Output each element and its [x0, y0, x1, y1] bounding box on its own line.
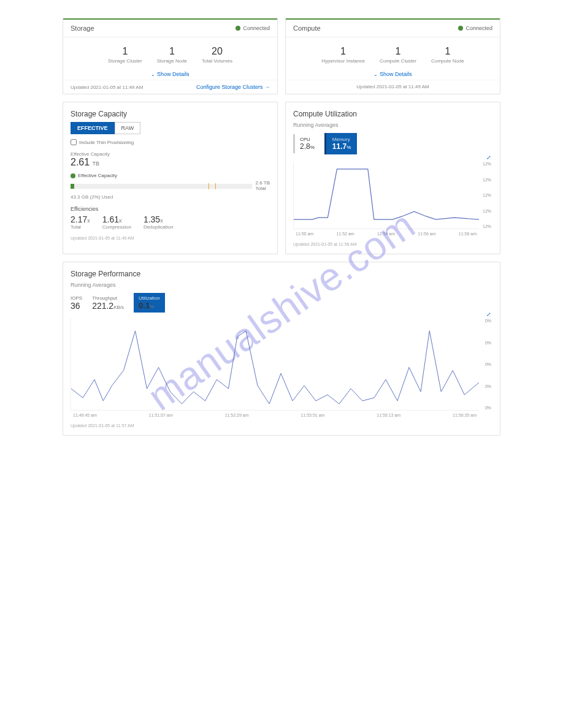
storage-perf-card: Storage Performance Running Averages IOP…: [63, 262, 500, 436]
capacity-used: 43.3 GB (2%) Used: [71, 194, 270, 200]
status-dot-icon: [458, 26, 463, 31]
memory-tile[interactable]: Memory 11.7%: [324, 133, 357, 154]
expand-icon[interactable]: ⤢: [486, 154, 491, 161]
compute-util-yaxis: 12% 12% 12% 12% 12%: [483, 162, 491, 229]
storage-perf-chart: 0% 0% 0% 0% 0%: [71, 319, 479, 411]
compute-util-sub: Running Averages: [293, 122, 492, 128]
eff-cap-row-label: Effective Capacity: [78, 173, 117, 178]
eff-cap-label: Effective Capacity: [71, 151, 270, 157]
storage-updated: Updated 2021-01-05 at 11:49 AM: [71, 85, 143, 90]
storage-status: Connected: [236, 25, 270, 31]
storage-card: Storage Connected 1 Storage Cluster 1 St…: [63, 18, 278, 94]
utilization-tile[interactable]: Utilization 0.1%: [134, 293, 165, 313]
capacity-timestamp: Updated 2021-01-05 at 11:49 AM: [71, 236, 270, 240]
tab-raw[interactable]: RAW: [115, 122, 141, 134]
compute-show-details-link[interactable]: ⌄ Show Details: [373, 71, 412, 77]
stat-total-volumes: 20 Total Volumes: [202, 46, 232, 64]
capacity-tabs: EFFECTIVE RAW: [71, 122, 270, 134]
chevron-down-icon: ⌄: [373, 72, 378, 77]
stat-storage-cluster: 1 Storage Cluster: [108, 46, 142, 64]
compute-util-card: Compute Utilization Running Averages CPU…: [285, 102, 500, 254]
compute-status-label: Connected: [465, 25, 492, 31]
capacity-bar-mark: [215, 183, 216, 189]
efficiencies-title: Efficiencies: [71, 206, 270, 212]
iops-tile[interactable]: IOPS 36: [71, 295, 82, 311]
capacity-bar: [71, 184, 252, 189]
capacity-bar-total: 2.6 TB Total: [256, 181, 270, 192]
compute-util-line: [294, 162, 479, 229]
compute-util-timestamp: Updated 2021-01-05 at 11:58 AM: [293, 242, 492, 246]
storage-perf-xaxis: 11:49:45 am 11:51:07 am 11:52:29 am 11:5…: [71, 413, 479, 417]
status-dot-icon: [236, 26, 240, 31]
storage-title: Storage: [71, 25, 94, 32]
compute-card: Compute Connected 1 Hypervisor Instance …: [285, 18, 500, 94]
capacity-title: Storage Capacity: [71, 110, 270, 118]
storage-perf-title: Storage Performance: [71, 270, 492, 278]
capacity-bar-mark: [209, 183, 209, 189]
cpu-tile[interactable]: CPU 2.8%: [293, 134, 320, 153]
compute-util-chart: 12% 12% 12% 12% 12%: [293, 162, 479, 229]
capacity-bar-fill: [71, 184, 74, 189]
storage-perf-sub: Running Averages: [71, 282, 492, 288]
stat-compute-cluster: 1 Compute Cluster: [380, 46, 416, 64]
storage-perf-timestamp: Updated 2021-01-05 at 11:57 AM: [71, 423, 492, 428]
stat-compute-node: 1 Compute Node: [431, 46, 464, 64]
compute-updated: Updated 2021-01-05 at 11:49 AM: [356, 84, 429, 89]
storage-capacity-card: Storage Capacity EFFECTIVE RAW Include T…: [63, 102, 278, 254]
compute-title: Compute: [293, 25, 321, 32]
compute-util-xaxis: 11:50 am 11:52 am 11:54 am 11:56 am 11:5…: [293, 232, 479, 236]
eff-compression: 1.61x Compression: [102, 214, 131, 230]
compute-util-title: Compute Utilization: [293, 110, 492, 118]
eff-cap-value: 2.61 TB: [71, 157, 270, 168]
thin-provisioning-checkbox[interactable]: Include Thin Provisioning: [71, 139, 270, 145]
thin-provisioning-input[interactable]: [71, 139, 77, 145]
storage-show-details-link[interactable]: ⌄ Show Details: [151, 71, 189, 77]
eff-dedup: 1.35x Deduplication: [144, 214, 173, 230]
eff-total: 2.17x Total: [71, 214, 90, 230]
storage-perf-line: [71, 319, 479, 410]
compute-status: Connected: [458, 25, 492, 31]
check-icon: [71, 173, 75, 178]
stat-hypervisor: 1 Hypervisor Instance: [321, 46, 365, 64]
throughput-tile[interactable]: Throughput 221.2KB/s: [92, 295, 124, 311]
configure-storage-link[interactable]: Configure Storage Clusters →: [196, 84, 270, 90]
tab-effective[interactable]: EFFECTIVE: [71, 122, 115, 134]
expand-icon[interactable]: ⤢: [486, 311, 491, 317]
storage-status-label: Connected: [243, 25, 270, 31]
chevron-down-icon: ⌄: [151, 72, 155, 77]
storage-perf-yaxis: 0% 0% 0% 0% 0%: [485, 319, 491, 410]
stat-storage-node: 1 Storage Node: [157, 46, 187, 64]
